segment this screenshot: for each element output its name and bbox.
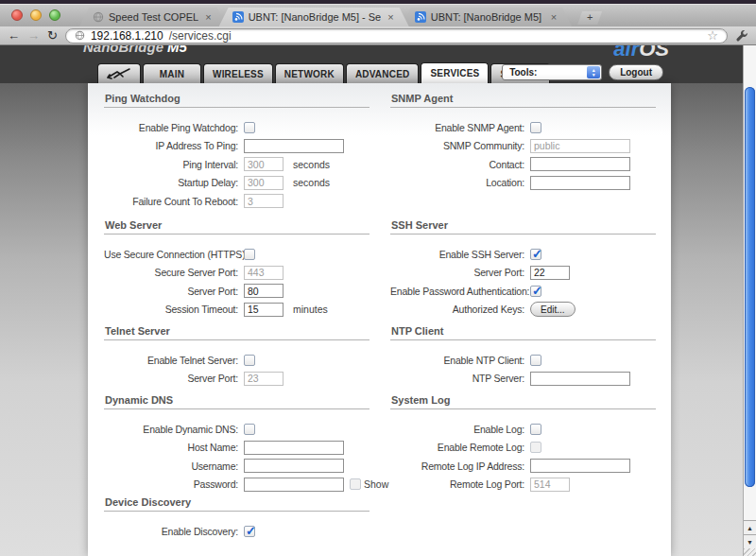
form-row: Password:Show bbox=[104, 476, 369, 495]
field-label: IP Address To Ping: bbox=[104, 140, 244, 151]
field-control bbox=[530, 459, 630, 473]
section-title: Device Discovery bbox=[104, 496, 369, 512]
tab-network[interactable]: NETWORK bbox=[275, 63, 344, 83]
wrench-menu-icon[interactable] bbox=[735, 29, 748, 43]
form-row: Enable Ping Watchdog: bbox=[104, 118, 369, 137]
window-resize-grip[interactable] bbox=[744, 548, 756, 556]
browser-tab-2-active[interactable]: UBNT: [NanoBridge M5] - Se × bbox=[219, 8, 409, 26]
field-control bbox=[244, 459, 344, 473]
close-window-button[interactable] bbox=[11, 9, 23, 21]
host-name-input[interactable] bbox=[244, 441, 344, 455]
server-port-input[interactable] bbox=[244, 372, 284, 386]
section-title: Telnet Server bbox=[104, 325, 369, 340]
section-title: Dynamic DNS bbox=[104, 394, 369, 409]
server-port-input[interactable] bbox=[244, 284, 284, 298]
forward-button[interactable]: → bbox=[27, 29, 40, 42]
form-row: Enable Log: bbox=[390, 420, 656, 439]
session-timeout-input[interactable] bbox=[244, 303, 284, 317]
enable-dynamic-dns-checkbox[interactable] bbox=[244, 424, 255, 435]
field-control bbox=[244, 355, 255, 366]
field-control bbox=[244, 284, 284, 298]
field-control bbox=[244, 122, 255, 133]
enable-discovery-checkbox[interactable]: ✓ bbox=[244, 526, 255, 537]
back-button[interactable]: ← bbox=[8, 29, 20, 42]
field-label: Remote Log IP Address: bbox=[390, 460, 530, 472]
contact-input[interactable] bbox=[530, 157, 630, 171]
section-title: System Log bbox=[390, 394, 656, 409]
tab-close-icon[interactable]: × bbox=[387, 11, 393, 23]
new-tab-button[interactable]: + bbox=[577, 11, 602, 25]
use-secure-connection-https-checkbox[interactable] bbox=[244, 249, 255, 260]
field-control bbox=[530, 355, 541, 366]
form-row: Server Port: bbox=[390, 264, 656, 283]
enable-password-authentication-checkbox[interactable]: ✓ bbox=[530, 286, 541, 297]
ntp-server-input[interactable] bbox=[530, 372, 630, 386]
ip-address-to-ping-input[interactable] bbox=[244, 139, 344, 153]
failure-count-to-reboot-input[interactable] bbox=[244, 194, 284, 208]
enable-ntp-client-checkbox[interactable] bbox=[530, 355, 541, 366]
field-control bbox=[244, 194, 284, 208]
enable-ping-watchdog-checkbox[interactable] bbox=[244, 122, 255, 133]
tab-title: UBNT: [NanoBridge M5] - Se bbox=[249, 11, 382, 23]
enable-remote-log-checkbox[interactable] bbox=[530, 442, 541, 453]
header-controls: Tools: ▲▼ Logout bbox=[502, 64, 663, 80]
nanobridge-logo: NanoBridgeM5 bbox=[83, 45, 187, 55]
address-bar[interactable]: 192.168.1.210/services.cgi ☆ bbox=[65, 28, 728, 43]
browser-tab-3[interactable]: UBNT: [NanoBridge M5] - Ub × bbox=[402, 8, 572, 26]
zoom-window-button[interactable] bbox=[49, 9, 60, 21]
logout-button[interactable]: Logout bbox=[609, 64, 663, 80]
field-control bbox=[244, 139, 344, 153]
remote-log-ip-address-input[interactable] bbox=[530, 459, 630, 473]
snmp-community-input[interactable] bbox=[530, 139, 630, 153]
page-scrollbar[interactable]: ▲ ▼ bbox=[743, 45, 756, 556]
tab-close-icon[interactable]: × bbox=[551, 11, 557, 23]
airos-logo: airOS bbox=[613, 45, 669, 61]
field-label: Server Port: bbox=[104, 373, 244, 384]
field-label: Ping Interval: bbox=[104, 159, 244, 170]
section-snmp-agent: SNMP AgentEnable SNMP Agent:SNMP Communi… bbox=[390, 93, 656, 219]
tools-dropdown[interactable]: Tools: ▲▼ bbox=[502, 64, 602, 80]
field-label: Enable SNMP Agent: bbox=[390, 122, 530, 133]
field-control: Edit... bbox=[530, 302, 576, 317]
username-input[interactable] bbox=[244, 459, 344, 473]
tab-wireless[interactable]: WIRELESS bbox=[203, 63, 273, 83]
form-row: Username: bbox=[104, 457, 369, 476]
section-telnet-server: Telnet ServerEnable Telnet Server:Server… bbox=[104, 325, 369, 394]
location-input[interactable] bbox=[530, 176, 630, 190]
browser-tab-1[interactable]: Speed Test COPEL × bbox=[79, 8, 227, 26]
section-title: SNMP Agent bbox=[390, 93, 656, 108]
enable-snmp-agent-checkbox[interactable] bbox=[530, 122, 541, 133]
browser-titlebar: Speed Test COPEL × UBNT: [NanoBridge M5]… bbox=[0, 4, 756, 26]
scroll-down-button[interactable]: ▼ bbox=[744, 534, 756, 548]
field-control: ✓ bbox=[530, 249, 541, 260]
tab-services[interactable]: SERVICES bbox=[421, 62, 489, 83]
enable-log-checkbox[interactable] bbox=[530, 424, 541, 435]
field-label: Enable Discovery: bbox=[104, 526, 244, 537]
page-viewport: NanoBridgeM5 airOS MAIN WIRELESS NETWORK… bbox=[0, 45, 756, 556]
startup-delay-input[interactable] bbox=[244, 176, 284, 190]
field-control bbox=[530, 372, 630, 386]
authorized-keys-button[interactable]: Edit... bbox=[530, 302, 576, 317]
bookmark-star-icon[interactable]: ☆ bbox=[707, 29, 718, 42]
scroll-up-button[interactable]: ▲ bbox=[744, 520, 756, 534]
enable-ssh-server-checkbox[interactable]: ✓ bbox=[530, 249, 541, 260]
scrollbar-thumb[interactable] bbox=[745, 87, 755, 487]
field-label: Secure Server Port: bbox=[104, 267, 244, 278]
site-globe-icon bbox=[75, 30, 85, 41]
tab-advanced[interactable]: ADVANCED bbox=[346, 63, 420, 83]
tab-ubiquiti-logo[interactable] bbox=[97, 63, 141, 83]
field-unit-label: seconds bbox=[293, 177, 330, 188]
remote-log-port-input[interactable] bbox=[530, 478, 570, 492]
enable-telnet-server-checkbox[interactable] bbox=[244, 355, 255, 366]
ping-interval-input[interactable] bbox=[244, 157, 284, 171]
secure-server-port-input[interactable] bbox=[244, 266, 284, 280]
reload-button[interactable]: ↻ bbox=[47, 29, 58, 42]
tab-close-icon[interactable]: × bbox=[205, 11, 211, 23]
form-row: Ping Interval:seconds bbox=[104, 155, 369, 174]
browser-tabstrip: Speed Test COPEL × UBNT: [NanoBridge M5]… bbox=[79, 8, 750, 26]
minimize-window-button[interactable] bbox=[30, 9, 42, 21]
tab-main[interactable]: MAIN bbox=[143, 63, 201, 83]
server-port-input[interactable] bbox=[530, 266, 570, 280]
password-input[interactable] bbox=[244, 478, 344, 492]
show-checkbox[interactable] bbox=[350, 478, 361, 490]
